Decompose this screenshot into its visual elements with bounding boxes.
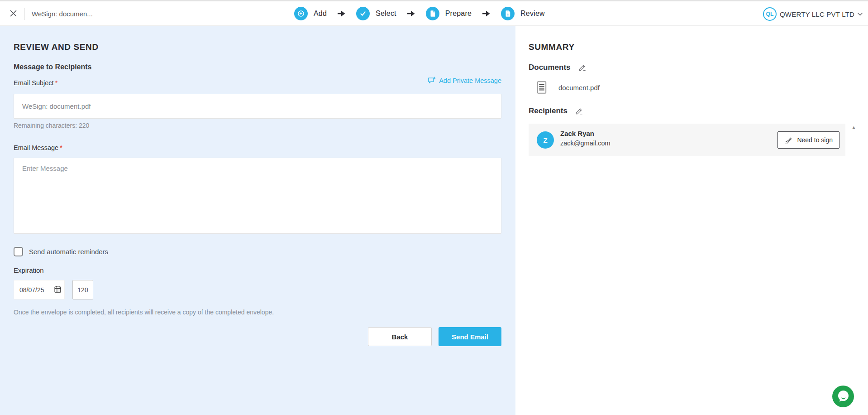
add-private-message-link[interactable]: Add Private Message — [428, 77, 501, 84]
email-subject-input[interactable] — [14, 94, 501, 119]
top-bar: WeSign: documen... Add — [0, 0, 868, 26]
expiration-date-field — [14, 280, 65, 299]
edit-recipients-icon[interactable] — [575, 106, 584, 116]
required-asterisk: * — [55, 79, 58, 87]
account-name: QWERTY LLC PVT LTD — [780, 10, 854, 18]
remaining-characters: Remaining characters: 220 — [14, 122, 89, 129]
documents-title: Documents — [529, 63, 571, 72]
step-add[interactable]: Add — [294, 7, 327, 20]
chevron-down-icon — [858, 13, 863, 16]
step-select[interactable]: Select — [356, 7, 396, 20]
chat-bubble-icon — [832, 386, 854, 407]
reminders-label[interactable]: Send automatic reminders — [29, 248, 108, 256]
summary-title: SUMMARY — [529, 42, 575, 52]
file-icon — [534, 80, 549, 95]
expiration-label: Expiration — [14, 266, 44, 274]
plus-circle-icon — [294, 7, 308, 20]
envelope-title: WeSign: documen... — [32, 10, 93, 18]
account-avatar: QL — [763, 7, 777, 21]
add-private-message-label: Add Private Message — [439, 77, 501, 84]
close-button[interactable] — [8, 9, 18, 19]
account-initials: QL — [766, 11, 774, 17]
calendar-button[interactable] — [54, 285, 62, 293]
step-review-label: Review — [520, 10, 545, 18]
email-subject-label-text: Email Subject — [14, 79, 54, 87]
reminders-row: Send automatic reminders — [14, 247, 108, 256]
document-list-item[interactable]: document.pdf — [534, 80, 600, 95]
reminders-checkbox[interactable] — [14, 247, 23, 256]
review-and-send-panel: REVIEW AND SEND Message to Recipients Em… — [0, 26, 515, 415]
page-title: REVIEW AND SEND — [14, 42, 99, 52]
signature-pen-icon — [784, 136, 793, 145]
check-icon — [356, 7, 370, 20]
stepper: Add Select — [294, 1, 545, 26]
recipient-status-label: Need to sign — [797, 136, 833, 144]
documents-header: Documents — [529, 63, 587, 72]
email-message-textarea[interactable] — [14, 158, 501, 234]
document-seal-icon — [501, 7, 515, 20]
arrow-right-icon — [482, 10, 490, 17]
header-divider — [24, 8, 24, 20]
step-prepare[interactable]: Prepare — [426, 7, 472, 20]
arrow-right-icon — [407, 10, 415, 17]
chat-plus-icon — [428, 77, 436, 84]
scroll-up-arrow[interactable]: ▲ — [851, 125, 856, 130]
envelope-note: Once the envelope is completed, all reci… — [14, 309, 274, 316]
document-icon — [426, 7, 439, 20]
edit-documents-icon[interactable] — [578, 63, 587, 72]
account-menu[interactable]: QL QWERTY LLC PVT LTD — [763, 7, 863, 21]
recipients-title: Recipients — [529, 106, 568, 116]
recipient-email: zack@gmail.com — [560, 140, 610, 147]
recipients-header: Recipients — [529, 106, 584, 116]
step-add-label: Add — [314, 10, 327, 18]
back-button[interactable]: Back — [368, 327, 432, 346]
recipient-card: Z Zack Ryan zack@gmail.com Need to sign — [529, 124, 845, 156]
recipient-avatar: Z — [537, 131, 554, 149]
step-prepare-label: Prepare — [445, 10, 472, 18]
recipient-name: Zack Ryan — [560, 130, 594, 137]
send-email-button[interactable]: Send Email — [439, 327, 501, 346]
email-subject-label: Email Subject* — [14, 79, 57, 87]
document-name: document.pdf — [558, 84, 600, 92]
chat-widget-button[interactable] — [832, 386, 854, 407]
recipient-status-badge: Need to sign — [777, 131, 839, 149]
email-message-label-text: Email Message — [14, 144, 58, 151]
summary-panel: SUMMARY Documents document.pdf Recipient… — [515, 26, 868, 415]
arrow-right-icon — [338, 10, 345, 17]
recipient-initial: Z — [543, 136, 547, 144]
required-asterisk: * — [60, 144, 62, 151]
expiration-days-input[interactable] — [72, 280, 93, 299]
close-icon — [10, 10, 17, 17]
calendar-icon — [54, 285, 62, 293]
app-root: WeSign: documen... Add — [0, 0, 868, 415]
step-select-label: Select — [376, 10, 396, 18]
email-message-label: Email Message* — [14, 144, 62, 151]
message-section-title: Message to Recipients — [14, 63, 92, 71]
step-review[interactable]: Review — [501, 7, 545, 20]
